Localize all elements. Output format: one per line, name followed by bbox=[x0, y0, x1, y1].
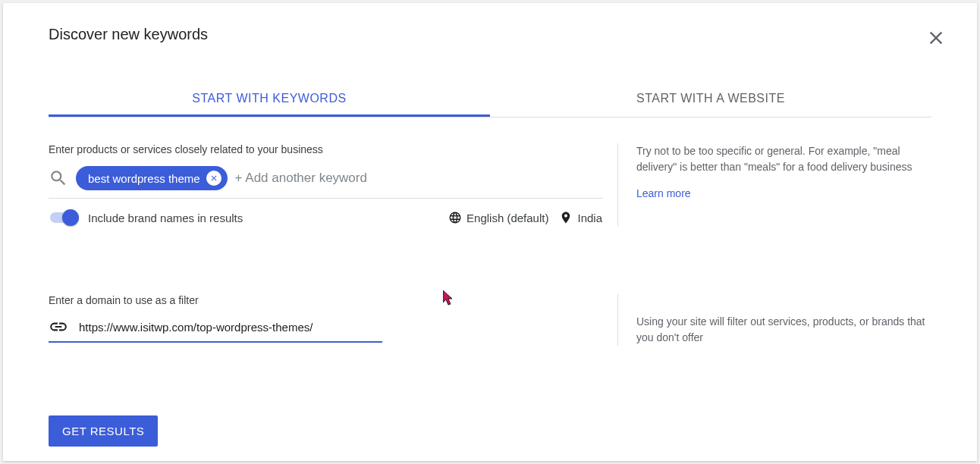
keyword-chip[interactable]: best wordpress theme bbox=[76, 166, 228, 190]
keyword-planner-modal: Discover new keywords START WITH KEYWORD… bbox=[3, 3, 977, 461]
filter-help-text: Using your site will filter out services… bbox=[636, 314, 931, 346]
tab-keywords[interactable]: START WITH KEYWORDS bbox=[49, 81, 490, 117]
language-location-group: English (default) India bbox=[448, 211, 602, 224]
location-value: India bbox=[577, 212, 602, 224]
page-title: Discover new keywords bbox=[49, 26, 208, 43]
learn-more-link[interactable]: Learn more bbox=[636, 186, 691, 202]
keyword-chip-label: best wordpress theme bbox=[88, 172, 200, 185]
filter-content-row: Enter a domain to use as a filter Using … bbox=[49, 294, 931, 346]
modal-header: Discover new keywords bbox=[49, 26, 931, 43]
close-icon bbox=[925, 27, 947, 49]
language-selector[interactable]: English (default) bbox=[448, 211, 548, 224]
close-icon bbox=[209, 174, 218, 183]
add-keyword-input[interactable] bbox=[235, 171, 602, 186]
filter-field-label: Enter a domain to use as a filter bbox=[49, 294, 602, 306]
get-results-button[interactable]: GET RESULTS bbox=[49, 415, 158, 447]
tab-bar: START WITH KEYWORDS START WITH A WEBSITE bbox=[49, 81, 931, 118]
keywords-options-row: Include brand names in results English (… bbox=[49, 209, 602, 226]
brand-names-label: Include brand names in results bbox=[88, 212, 243, 224]
language-value: English (default) bbox=[466, 212, 548, 224]
close-button[interactable] bbox=[925, 27, 947, 49]
domain-filter-input[interactable] bbox=[79, 321, 382, 334]
globe-icon bbox=[448, 211, 462, 224]
keywords-field-label: Enter products or services closely relat… bbox=[49, 143, 602, 155]
tab-website[interactable]: START WITH A WEBSITE bbox=[490, 81, 931, 117]
location-selector[interactable]: India bbox=[559, 211, 602, 224]
keywords-content-row: Enter products or services closely relat… bbox=[49, 143, 931, 226]
location-pin-icon bbox=[559, 211, 573, 224]
keywords-help-column: Try not to be too specific or general. F… bbox=[617, 143, 931, 226]
link-icon bbox=[49, 317, 68, 337]
filter-left-column: Enter a domain to use as a filter bbox=[49, 294, 617, 346]
keywords-input-row[interactable]: best wordpress theme bbox=[49, 166, 602, 199]
search-icon bbox=[49, 168, 68, 188]
brand-names-toggle-group: Include brand names in results bbox=[49, 209, 243, 226]
keywords-left-column: Enter products or services closely relat… bbox=[49, 143, 617, 226]
chip-remove-button[interactable] bbox=[206, 171, 221, 186]
filter-help-column: Using your site will filter out services… bbox=[617, 294, 931, 346]
brand-names-toggle[interactable] bbox=[49, 209, 79, 226]
domain-input-row[interactable] bbox=[49, 317, 382, 343]
keywords-help-text: Try not to be too specific or general. F… bbox=[636, 143, 931, 175]
